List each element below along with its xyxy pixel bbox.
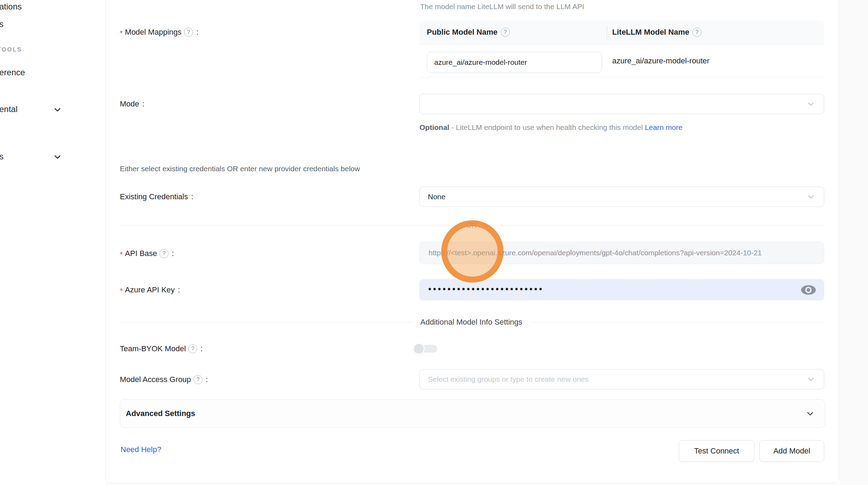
- advanced-settings-header[interactable]: Advanced Settings: [120, 399, 825, 428]
- mode-label: Mode:: [120, 98, 144, 110]
- credentials-note: Either select existing credentials OR en…: [120, 164, 360, 173]
- team-byok-label: Team-BYOK Model ? :: [120, 343, 203, 354]
- page-background: [839, 0, 868, 485]
- or-divider: OR: [120, 220, 823, 230]
- help-circle-icon[interactable]: ?: [184, 28, 193, 37]
- sidebar-item-api-reference[interactable]: erence: [0, 67, 25, 78]
- sidebar-item-experimental[interactable]: ental: [0, 104, 18, 115]
- chevron-down-icon[interactable]: [53, 153, 62, 161]
- api-base-input[interactable]: https://<test>.openai.azure.com/openai/d…: [419, 242, 824, 264]
- existing-credentials-select[interactable]: None: [419, 187, 824, 207]
- help-circle-icon[interactable]: ?: [188, 344, 197, 353]
- mode-select[interactable]: [419, 94, 824, 114]
- help-circle-icon[interactable]: ?: [159, 249, 169, 258]
- sidebar-item-settings[interactable]: s: [0, 151, 4, 162]
- sidebar-item-logs[interactable]: s: [0, 19, 4, 29]
- team-byok-toggle[interactable]: [413, 343, 438, 355]
- model-mappings-table: Public Model Name ? LiteLLM Model Name ?…: [419, 20, 824, 77]
- sidebar-section-tools: TOOLS: [0, 46, 22, 54]
- column-header-public-model-name: Public Model Name ?: [419, 20, 607, 44]
- help-circle-icon[interactable]: ?: [193, 375, 203, 384]
- add-model-screen: ations s TOOLS erence ental s The model …: [0, 0, 868, 485]
- azure-api-key-label: * Azure API Key :: [120, 284, 180, 296]
- need-help-link[interactable]: Need Help?: [121, 445, 161, 454]
- existing-credentials-label: Existing Credentials:: [120, 191, 193, 202]
- table-row: azure_ai/azure-model-router azure_ai/azu…: [419, 44, 824, 77]
- chevron-down-icon: [806, 409, 814, 418]
- model-access-group-label: Model Access Group ? :: [120, 374, 208, 385]
- public-model-name-input[interactable]: azure_ai/azure-model-router: [427, 52, 602, 73]
- required-asterisk: *: [120, 285, 123, 297]
- additional-info-divider: Additional Model Info Settings: [120, 317, 823, 327]
- mode-helper-text: Optional - LiteLLM endpoint to use when …: [419, 120, 713, 134]
- eye-icon[interactable]: [800, 284, 816, 296]
- litellm-model-name-value: azure_ai/azure-model-router: [612, 44, 710, 77]
- model-mappings-label: * Model Mappings ? :: [120, 27, 198, 38]
- required-asterisk: *: [120, 28, 123, 39]
- chevron-down-icon: [807, 375, 815, 383]
- learn-more-link[interactable]: Learn more: [645, 123, 682, 131]
- chevron-down-icon[interactable]: [53, 105, 62, 114]
- required-asterisk: *: [120, 249, 123, 260]
- help-circle-icon[interactable]: ?: [501, 28, 510, 37]
- masked-password-value: ••••••••••••••••••••••••: [428, 285, 544, 293]
- public-model-name-hint: The model name LiteLLM will send to the …: [420, 2, 584, 11]
- test-connect-button[interactable]: Test Connect: [679, 440, 754, 462]
- azure-api-key-input[interactable]: ••••••••••••••••••••••••: [419, 279, 824, 300]
- column-header-litellm-model-name: LiteLLM Model Name ?: [607, 20, 702, 44]
- help-circle-icon[interactable]: ?: [692, 28, 702, 37]
- sidebar-item-organizations[interactable]: ations: [0, 1, 22, 12]
- model-access-group-select[interactable]: Select existing groups or type to create…: [419, 369, 824, 389]
- column-separator: [607, 26, 607, 39]
- add-model-button[interactable]: Add Model: [759, 440, 824, 462]
- chevron-down-icon: [807, 193, 815, 201]
- api-base-label: * API Base ? :: [120, 248, 174, 259]
- select-placeholder: Select existing groups or type to create…: [428, 375, 589, 383]
- toggle-handle: [413, 343, 425, 355]
- page-background-bottom: [105, 483, 839, 485]
- chevron-down-icon: [807, 100, 815, 108]
- table-header-row: Public Model Name ? LiteLLM Model Name ?: [419, 20, 824, 44]
